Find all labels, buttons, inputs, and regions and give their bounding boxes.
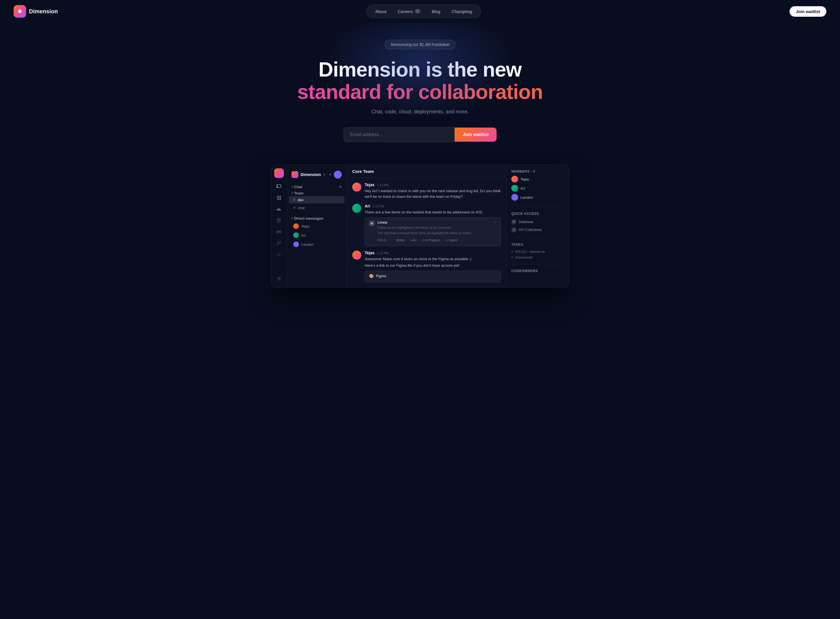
app-preview: Dimension ▾ + ▾ Chat + ▾ Team xyxy=(264,164,576,287)
linear-meta: IOS-21 · 📱 Mobile · ● Ari · ⊙ In Progres… xyxy=(377,238,491,243)
header-actions: + xyxy=(329,170,342,179)
meta-ios: IOS-21 xyxy=(377,239,386,242)
msg-header-1: Tejas 1:14 PM xyxy=(365,182,501,187)
chat-add-icon[interactable]: + xyxy=(339,184,342,189)
chat-messages: Tejas 1:14 PM Hey Ari! I wanted to check… xyxy=(347,178,506,287)
team-section: ▾ Team xyxy=(287,190,346,196)
logo-icon xyxy=(13,5,26,18)
nav-links: About Careers 3 Blog Changelog xyxy=(367,4,481,18)
dm-section-header: ▾ Direct messages xyxy=(287,214,346,222)
hero-join-button[interactable]: Join waitlist xyxy=(455,127,497,142)
dm-ari[interactable]: Ari xyxy=(289,231,344,239)
msg-avatar-ari xyxy=(352,204,361,213)
member-landon: Landon xyxy=(511,194,564,201)
dm-landon[interactable]: Landon xyxy=(289,240,344,248)
sidebar-icon-radio[interactable] xyxy=(274,227,284,237)
sidebar-icon-cloud[interactable] xyxy=(274,204,284,214)
quick-access-section: Quick Access Database xyxy=(511,212,564,238)
hero-title-line1: Dimension is the new xyxy=(6,58,834,81)
codeowners-section: Codeowners xyxy=(511,269,564,275)
message-1: Tejas 1:14 PM Hey Ari! I wanted to check… xyxy=(352,182,501,199)
svg-rect-3 xyxy=(277,196,279,197)
meta-mobile: 📱 Mobile xyxy=(392,239,405,242)
logo-text: Dimension xyxy=(29,8,58,15)
msg-avatar-tejas xyxy=(352,182,361,191)
member-avatar-tejas xyxy=(511,176,518,182)
sidebar-header: Dimension ▾ + xyxy=(287,168,346,182)
qa-api[interactable]: API Collections xyxy=(511,226,564,234)
dm-chevron: ▾ xyxy=(292,217,293,220)
channel-dev[interactable]: # dev xyxy=(289,196,344,203)
add-icon[interactable]: + xyxy=(329,172,331,177)
member-ari: Ari xyxy=(511,185,564,191)
msg-text-2: There are a few items on the tasklist th… xyxy=(365,209,501,215)
nav-blog[interactable]: Blog xyxy=(427,7,446,16)
dm-avatar-ari xyxy=(293,232,299,238)
msg-header-2: Ari 1:15 PM xyxy=(365,204,501,208)
linear-icon xyxy=(369,220,374,226)
figma-icon: 🎨 xyxy=(369,274,374,278)
icon-sidebar xyxy=(271,165,287,287)
api-icon xyxy=(511,227,517,232)
msg-avatar-tejas2 xyxy=(352,251,361,260)
hash-icon: # xyxy=(293,197,295,202)
svg-rect-5 xyxy=(277,198,279,200)
qa-database[interactable]: Database xyxy=(511,218,564,226)
linear-item2: The 2nd level comment block does not hig… xyxy=(377,231,491,235)
nav-about[interactable]: About xyxy=(370,7,391,16)
sidebar-icon-chart[interactable] xyxy=(274,250,284,260)
channel-chat[interactable]: # chat xyxy=(289,204,344,211)
navbar: Dimension About Careers 3 Blog Changelog… xyxy=(0,0,840,23)
msg-content-1: Tejas 1:14 PM Hey Ari! I wanted to check… xyxy=(365,182,501,199)
linear-content: Linear Follow up not highlighted in the … xyxy=(377,220,491,243)
hero-title: Dimension is the new standard for collab… xyxy=(6,58,834,103)
workspace-name[interactable]: Dimension ▾ xyxy=(292,171,325,178)
sidebar-icon-settings[interactable] xyxy=(274,274,284,284)
figma-header: 🎨 Figma xyxy=(369,274,497,278)
chat-header: Core Team xyxy=(347,165,506,178)
svg-point-8 xyxy=(279,231,280,232)
sidebar-logo-icon[interactable] xyxy=(274,168,284,178)
sidebar-icon-doc[interactable] xyxy=(274,215,284,226)
svg-rect-4 xyxy=(279,196,281,197)
nav-careers[interactable]: Careers 3 xyxy=(392,6,425,16)
user-avatar[interactable] xyxy=(334,170,342,179)
hero-section: Announcing our $1.4M Fundraise Dimension… xyxy=(0,23,840,164)
linear-preview: Linear Follow up not highlighted in the … xyxy=(365,217,501,246)
chat-chevron: ▾ xyxy=(292,185,293,188)
members-section: Members - 3 Tejas Ari Landon xyxy=(511,169,564,207)
email-input[interactable] xyxy=(343,127,455,142)
tasks-section: Tasks IOS-211 · Selector fix Discord aut… xyxy=(511,242,564,265)
app-window: Dimension ▾ + ▾ Chat + ▾ Team xyxy=(271,164,569,287)
svg-point-9 xyxy=(277,241,278,242)
svg-rect-6 xyxy=(279,198,281,200)
right-panel: Members - 3 Tejas Ari Landon Quick Acces… xyxy=(506,165,569,287)
dm-avatar-tejas xyxy=(293,223,299,229)
logo[interactable]: Dimension xyxy=(13,5,58,18)
svg-rect-2 xyxy=(277,185,281,188)
dm-avatar-landon xyxy=(293,241,299,247)
workspace-icon xyxy=(292,171,298,178)
announce-badge[interactable]: Announcing our $1.4M Fundraise xyxy=(385,40,455,49)
sidebar-icon-grid[interactable] xyxy=(274,193,284,203)
dm-tejas[interactable]: Tejas xyxy=(289,222,344,230)
nav-changelog[interactable]: Changelog xyxy=(447,7,478,16)
sidebar-icon-chat[interactable] xyxy=(274,181,284,191)
task-dot-1 xyxy=(511,251,513,253)
msg-text-1: Hey Ari! I wanted to check in with you o… xyxy=(365,188,501,199)
svg-point-14 xyxy=(513,221,515,222)
nav-join-button[interactable]: Join waitlist xyxy=(789,6,827,17)
svg-point-10 xyxy=(280,241,280,242)
workspace-chevron: ▾ xyxy=(323,173,325,176)
external-link-icon[interactable]: ↗ xyxy=(494,220,497,224)
msg-text-3a: Awesome! Make sure it looks as close to … xyxy=(365,256,501,262)
hero-subtitle: Chat, code, cloud, deployments, and more… xyxy=(6,109,834,115)
meta-ari: ● Ari xyxy=(411,239,416,242)
task-dot-2 xyxy=(511,257,513,258)
message-3: Tejas 1:16 PM Awesome! Make sure it look… xyxy=(352,251,501,283)
sidebar-icon-git[interactable] xyxy=(274,238,284,248)
careers-badge: 3 xyxy=(415,9,421,14)
message-2: Ari 1:15 PM There are a few items on the… xyxy=(352,204,501,246)
hash-icon-2: # xyxy=(293,205,295,210)
hero-title-line2: standard for collaboration xyxy=(6,81,834,103)
